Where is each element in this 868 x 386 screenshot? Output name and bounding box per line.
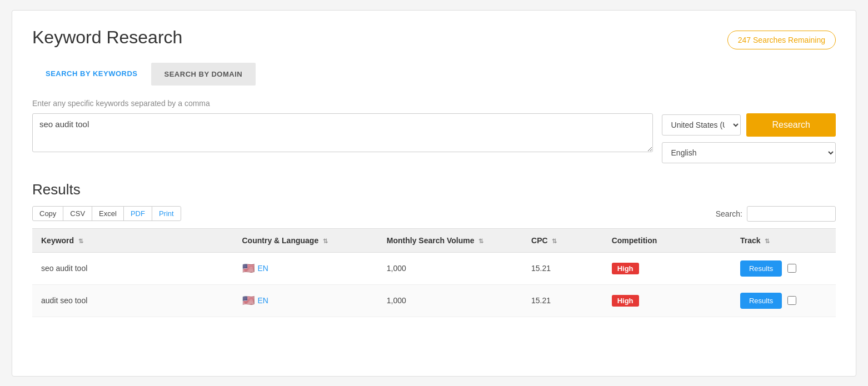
cell-country-2: 🇺🇸 EN [233, 284, 378, 317]
search-row: <span class="seo-underline">seo</span> a… [32, 113, 836, 163]
export-pdf-button[interactable]: PDF [123, 206, 152, 221]
col-header-cpc[interactable]: CPC ⇅ [522, 228, 603, 252]
export-excel-button[interactable]: Excel [92, 206, 124, 221]
sort-keyword-icon: ⇅ [78, 238, 83, 245]
cell-keyword-1: seo audit tool [32, 252, 233, 284]
export-copy-button[interactable]: Copy [32, 206, 63, 221]
lang-code-1: EN [258, 264, 268, 273]
keyword-textarea[interactable]: <span class="seo-underline">seo</span> a… [32, 113, 653, 152]
cell-track-1: Results [731, 252, 836, 284]
tab-search-by-domain[interactable]: SEARCH BY DOMAIN [151, 63, 256, 86]
col-header-country[interactable]: Country & Language ⇅ [233, 228, 378, 252]
right-controls: United States (US) United Kingdom (UK) C… [662, 113, 836, 163]
cell-volume-1: 1,000 [378, 252, 522, 284]
country-select[interactable]: United States (US) United Kingdom (UK) C… [662, 114, 741, 136]
track-results-button-2[interactable]: Results [740, 293, 782, 309]
lang-code-2: EN [258, 296, 268, 305]
competition-badge-2: High [612, 295, 639, 307]
col-header-competition[interactable]: Competition [603, 228, 731, 252]
main-container: Keyword Research 247 Searches Remaining … [12, 10, 856, 377]
flag-icon-2: 🇺🇸 [242, 294, 255, 307]
col-header-volume[interactable]: Monthly Search Volume ⇅ [378, 228, 522, 252]
table-header-row: Keyword ⇅ Country & Language ⇅ Monthly S… [32, 228, 836, 252]
cell-competition-1: High [603, 252, 731, 284]
cell-cpc-2: 15.21 [522, 284, 603, 317]
track-results-button-1[interactable]: Results [740, 260, 782, 277]
table-row: seo audit tool 🇺🇸 EN 1,000 15.21 High [32, 252, 836, 284]
cell-competition-2: High [603, 284, 731, 317]
language-select[interactable]: English Spanish French German [662, 142, 836, 163]
tabs-row: SEARCH BY KEYWORDS SEARCH BY DOMAIN [32, 63, 836, 86]
searches-remaining-badge: 247 Searches Remaining [727, 31, 836, 49]
cell-keyword-2: audit seo tool [32, 284, 233, 317]
results-title: Results [32, 181, 836, 198]
search-label: Search: [716, 209, 742, 218]
flag-icon-1: 🇺🇸 [242, 262, 255, 274]
sort-track-icon: ⇅ [765, 238, 770, 245]
track-checkbox-2[interactable] [787, 296, 796, 305]
cell-track-2: Results [731, 284, 836, 317]
header-row: Keyword Research 247 Searches Remaining [32, 27, 836, 49]
export-print-button[interactable]: Print [152, 206, 181, 221]
search-bar-right: Search: [716, 206, 836, 222]
track-checkbox-1[interactable] [787, 264, 796, 273]
sort-cpc-icon: ⇅ [552, 238, 557, 245]
page-title: Keyword Research [32, 27, 182, 48]
competition-badge-1: High [612, 263, 639, 274]
col-header-keyword[interactable]: Keyword ⇅ [32, 228, 233, 252]
table-search-input[interactable] [747, 206, 836, 222]
sort-volume-icon: ⇅ [478, 238, 483, 245]
research-button[interactable]: Research [746, 113, 836, 137]
sort-country-icon: ⇅ [323, 238, 328, 245]
results-section: Results Copy CSV Excel PDF Print Search:… [32, 181, 836, 317]
cell-cpc-1: 15.21 [522, 252, 603, 284]
cell-country-1: 🇺🇸 EN [233, 252, 378, 284]
cell-volume-2: 1,000 [378, 284, 522, 317]
tab-search-by-keywords[interactable]: SEARCH BY KEYWORDS [32, 63, 151, 86]
results-table: Keyword ⇅ Country & Language ⇅ Monthly S… [32, 228, 836, 317]
col-header-track[interactable]: Track ⇅ [731, 228, 836, 252]
export-csv-button[interactable]: CSV [63, 206, 92, 221]
table-row: audit seo tool 🇺🇸 EN 1,000 15.21 High [32, 284, 836, 317]
toolbar-row: Copy CSV Excel PDF Print Search: [32, 206, 836, 222]
export-buttons: Copy CSV Excel PDF Print [32, 206, 181, 221]
instruction-text: Enter any specific keywords separated by… [32, 99, 836, 108]
